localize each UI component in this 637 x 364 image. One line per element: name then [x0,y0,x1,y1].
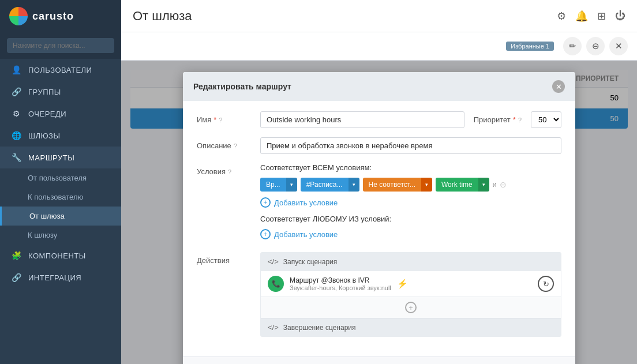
sidebar-item-integration[interactable]: 🔗 ИНТЕГРАЦИЯ [0,267,121,288]
edit-button[interactable]: ✏ [563,37,582,55]
action-item-sub: Звук:after-hours, Короткий звук:null [290,284,391,291]
action-end-label: Завершение сценария [283,324,356,332]
route-icon: 📞 [268,276,284,292]
neg-dropdown-button[interactable]: ▾ [421,178,432,192]
action-item-label: Маршрут @Звонок в IVR [290,276,391,284]
sidebar-sub-routes: От пользователя К пользователю От шлюза … [0,168,121,245]
name-input[interactable] [260,111,464,128]
from-user-label: От пользователя [28,174,87,182]
code-close-icon: </> [268,323,279,332]
chevron-down-icon: ▾ [353,182,355,187]
sidebar-item-users[interactable]: 👤 ПОЛЬЗОВАТЕЛИ [0,59,121,81]
users-icon: 👤 [11,65,23,74]
power-icon[interactable]: ⏻ [615,10,625,22]
priority-info-icon: ? [518,117,522,123]
add-icon: + [260,197,271,208]
main-area: От шлюза ⚙ 🔔 ⊞ ⏻ Избранные 1 ✏ ⊖ ✕ Приор… [121,0,637,364]
components-icon: 🧩 [11,251,23,260]
modal-footer: Отменить Сохранить [183,357,575,364]
all-conditions-title: Соответствует ВСЕМ условиям: [260,163,561,172]
to-gateway-label: К шлюзу [28,231,57,239]
sidebar-item-groups[interactable]: 🔗 ГРУППЫ [0,81,121,103]
sidebar-item-gateways[interactable]: 🌐 ШЛЮЗЫ [0,125,121,147]
integration-icon: 🔗 [11,273,23,282]
modal-overlay: Редактировать маршрут ✕ Имя * ? [121,61,637,364]
main-toolbar: Избранные 1 ✏ ⊖ ✕ [121,32,637,61]
add-action-icon: + [405,302,417,313]
priority-select[interactable]: 50 [531,111,561,128]
page-title: От шлюза [133,9,192,24]
value-dropdown-button[interactable]: ▾ [478,178,489,192]
tag-button[interactable]: #Расписа... [301,178,349,192]
name-field-wrapper: Приоритет * ? 50 [260,111,561,128]
desc-info-icon: ? [234,142,237,149]
modal-title: Редактировать маршрут [193,82,291,91]
gear-icon[interactable]: ⚙ [557,10,566,22]
sidebar-item-queues[interactable]: ⚙ ОЧЕРЕДИ [0,103,121,125]
conditions-row: Условия ? Соответствует ВСЕМ условиям: В… [197,163,561,243]
sidebar-item-label: ГРУППЫ [28,88,61,96]
add-condition-1[interactable]: + Добавить условие [260,197,561,208]
sidebar-item-to-user[interactable]: К пользователю [0,187,121,207]
neg-button[interactable]: Не соответст... [363,178,421,192]
modal-body: Имя * ? Приоритет * ? [183,101,575,357]
type-button[interactable]: Вр... [260,178,286,192]
actions-container: </> Запуск сценария 📞 Маршрут @Звонок в … [260,252,561,337]
sidebar: carusto 👤 ПОЛЬЗОВАТЕЛИ 🔗 ГРУППЫ ⚙ ОЧЕРЕД… [0,0,121,364]
tag-dropdown-button[interactable]: ▾ [349,178,359,192]
modal-close-button[interactable]: ✕ [552,80,565,93]
close-button[interactable]: ✕ [609,37,628,55]
name-priority-row: Имя * ? Приоритет * ? [197,111,561,128]
grid-icon[interactable]: ⊞ [597,10,606,22]
add-action-row[interactable]: + [261,297,561,318]
groups-icon: 🔗 [11,87,23,96]
actions-row: Действия </> Запуск сценария 📞 [197,252,561,337]
sidebar-item-components[interactable]: 🧩 КОМПОНЕНТЫ [0,245,121,267]
sidebar-item-label: ПОЛЬЗОВАТЕЛИ [28,66,92,74]
sidebar-item-from-gateway[interactable]: От шлюза [0,207,121,226]
modal-header: Редактировать маршрут ✕ [183,72,575,101]
value-btn-group: Work time ▾ [436,178,489,192]
logo-text: carusto [32,10,74,22]
sidebar-item-routes[interactable]: 🔧 МАРШРУТЫ [0,147,121,168]
header-icons: ⚙ 🔔 ⊞ ⏻ [557,10,625,22]
action-item: 📞 Маршрут @Звонок в IVR Звук:after-hours… [261,271,561,297]
conditions-label: Условия ? [197,163,260,176]
to-user-label: К пользователю [28,193,83,201]
sidebar-item-label: ШЛЮЗЫ [28,132,60,140]
neg-btn-group: Не соответст... ▾ [363,178,432,192]
description-label: Описание ? [197,137,260,150]
value-button[interactable]: Work time [436,178,478,192]
condition-row-1: Вр... ▾ #Расписа... ▾ [260,178,561,192]
sidebar-item-label: ОЧЕРЕДИ [28,110,66,118]
description-row: Описание ? [197,137,561,154]
edit-route-modal: Редактировать маршрут ✕ Имя * ? [183,72,575,364]
from-gateway-label: От шлюза [29,212,65,220]
and-text: и [493,181,497,189]
gateways-icon: 🌐 [11,131,23,140]
routes-icon: 🔧 [11,153,23,162]
description-input[interactable] [260,137,561,154]
chevron-down-icon: ▾ [482,182,485,187]
main-header: От шлюза ⚙ 🔔 ⊞ ⏻ [121,0,637,32]
sidebar-item-label: ИНТЕГРАЦИЯ [28,273,81,282]
refresh-button[interactable]: ↻ [538,276,554,292]
type-dropdown-button[interactable]: ▾ [286,178,297,192]
sidebar-item-to-gateway[interactable]: К шлюзу [0,226,121,245]
bell-icon[interactable]: 🔔 [575,10,588,22]
sidebar-item-from-user[interactable]: От пользователя [0,168,121,187]
remove-condition-icon[interactable]: ⊖ [500,180,507,189]
delete-button[interactable]: ⊖ [586,37,605,55]
type-btn-group: Вр... ▾ [260,178,297,192]
chevron-down-icon: ▾ [425,182,428,187]
sidebar-search-container [0,32,121,59]
description-field-wrapper [260,137,561,154]
sidebar-item-label: КОМПОНЕНТЫ [28,252,86,260]
chevron-down-icon: ▾ [290,182,293,187]
action-start-row: </> Запуск сценария [261,253,561,271]
search-input[interactable] [7,38,114,53]
name-info-icon: ? [219,117,222,123]
add-condition-2[interactable]: + Добавить условие [260,229,561,239]
queues-icon: ⚙ [11,109,23,118]
name-label: Имя * ? [197,111,260,124]
